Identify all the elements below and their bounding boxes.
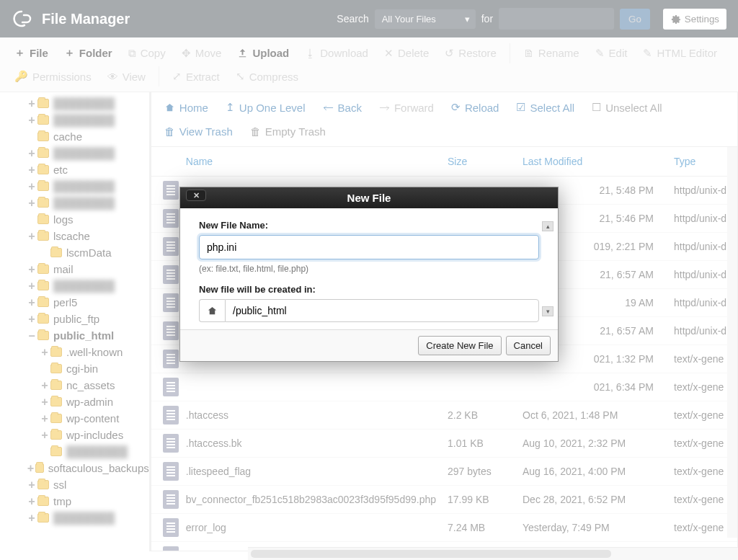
- dialog-title-bar: ✕ New File: [180, 187, 558, 208]
- dialog-close-button[interactable]: ✕: [186, 190, 206, 201]
- dialog-scrollbar[interactable]: ▴▾: [542, 221, 554, 316]
- cancel-button[interactable]: Cancel: [506, 336, 551, 355]
- filename-label: New File Name:: [199, 220, 539, 231]
- path-label: New file will be created in:: [199, 284, 539, 295]
- dialog-title: New File: [347, 192, 391, 204]
- create-new-file-button[interactable]: Create New File: [418, 336, 501, 355]
- new-file-dialog: ✕ New File New File Name: (ex: file.txt,…: [179, 187, 559, 362]
- filename-input[interactable]: [199, 235, 539, 259]
- path-home-button[interactable]: [199, 299, 225, 322]
- home-icon: [207, 306, 218, 316]
- filename-hint: (ex: file.txt, file.html, file.php): [199, 264, 539, 274]
- path-input[interactable]: [225, 299, 539, 322]
